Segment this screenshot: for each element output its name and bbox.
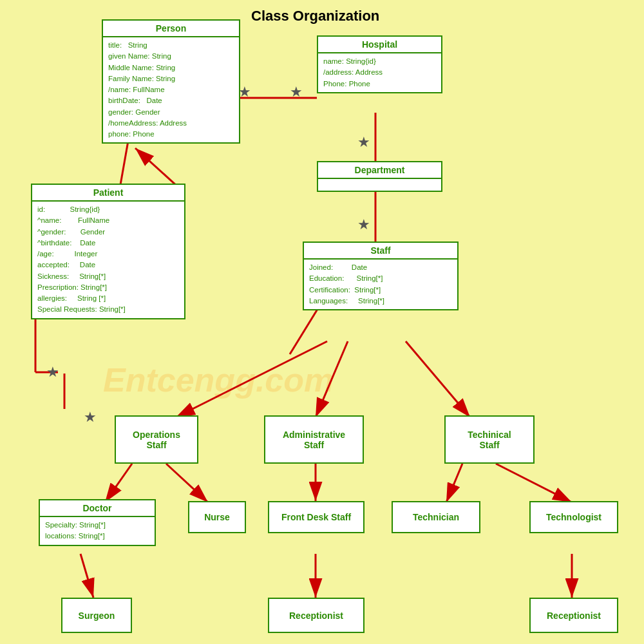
staff-body: Joined: Date Education: String[*] Certif… <box>304 260 457 309</box>
technical-staff-class: Techinical Staff <box>444 415 535 464</box>
arrows-svg <box>0 0 644 644</box>
administrative-staff-class: Administrative Staff <box>264 415 364 464</box>
svg-line-14 <box>80 554 93 598</box>
svg-line-10 <box>166 464 208 502</box>
front-desk-staff-class: Front Desk Staff <box>268 501 365 533</box>
svg-line-6 <box>406 341 470 417</box>
staff-class: Staff Joined: Date Education: String[*] … <box>303 242 459 310</box>
doctor-header: Doctor <box>40 500 155 517</box>
star-1: ★ <box>238 84 251 100</box>
doctor-class: Doctor Specialty: String[*] locations: S… <box>39 499 156 546</box>
person-body: title: String given Name: String Middle … <box>103 37 239 142</box>
person-class: Person title: String given Name: String … <box>102 19 240 144</box>
nurse-class: Nurse <box>188 501 246 533</box>
receptionist-2-class: Receptionist <box>529 598 618 633</box>
receptionist-1-class: Receptionist <box>268 598 365 633</box>
hospital-body: name: String{id} /address: Address Phone… <box>318 53 441 92</box>
technologist-class: Technologist <box>529 501 618 533</box>
hospital-class: Hospital name: String{id} /address: Addr… <box>317 35 442 93</box>
staff-header: Staff <box>304 243 457 260</box>
diagram-container: Entcengg.com Class Organization <box>0 0 644 644</box>
surgeon-class: Surgeon <box>61 598 132 633</box>
star-3: ★ <box>357 134 370 151</box>
page-title: Class Organization <box>251 8 379 24</box>
person-header: Person <box>103 21 239 37</box>
patient-class: Patient id: String{id} ^name: FullName ^… <box>31 184 185 319</box>
svg-line-4 <box>176 341 327 417</box>
technician-class: Technician <box>392 501 480 533</box>
department-class: Department <box>317 161 442 192</box>
star-6: ★ <box>84 409 97 426</box>
star-4: ★ <box>357 216 370 233</box>
star-2: ★ <box>290 84 303 100</box>
patient-header: Patient <box>32 185 184 202</box>
svg-line-9 <box>105 464 132 502</box>
department-body <box>318 179 441 191</box>
svg-line-13 <box>496 464 572 502</box>
department-header: Department <box>318 162 441 179</box>
doctor-body: Specialty: String[*] locations: String[*… <box>40 517 155 545</box>
watermark: Entcengg.com <box>103 361 334 399</box>
patient-body: id: String{id} ^name: FullName ^gender: … <box>32 202 184 318</box>
operations-staff-class: Operations Staff <box>115 415 198 464</box>
svg-line-12 <box>446 464 462 502</box>
svg-line-5 <box>316 341 348 417</box>
star-5: ★ <box>46 364 59 381</box>
hospital-header: Hospital <box>318 37 441 53</box>
